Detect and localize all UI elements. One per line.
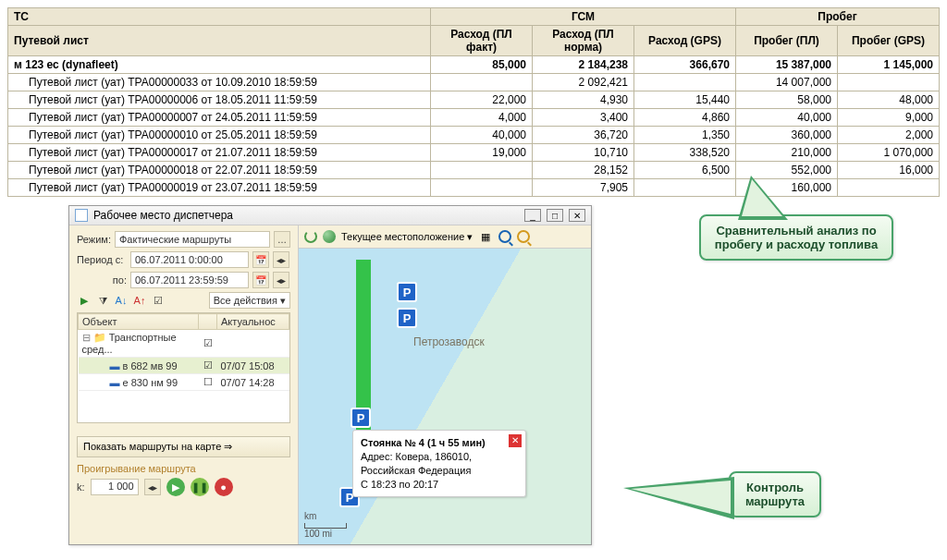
table-row[interactable]: Путевой лист (уат) ТРА00000010 от 25.05.… xyxy=(8,127,940,144)
table-row[interactable]: Путевой лист (уат) ТРА00000007 от 24.05.… xyxy=(8,109,940,127)
fuel-table: ТС ГСМ Пробег Путевой лист Расход (ПЛ фа… xyxy=(7,7,940,197)
th-run-pl: Пробег (ПЛ) xyxy=(736,26,838,56)
th-fuel-gps: Расход (GPS) xyxy=(634,26,736,56)
th-run-gps: Пробег (GPS) xyxy=(838,26,940,56)
table-row[interactable]: м 123 ес (dynafleet) 85,000 2 184,238 36… xyxy=(8,56,940,74)
th-waybill: Путевой лист xyxy=(8,26,431,56)
th-fuel-fact: Расход (ПЛ факт) xyxy=(431,26,533,56)
table-row[interactable]: Путевой лист (уат) ТРА00000019 от 23.07.… xyxy=(8,179,940,197)
table-row[interactable]: Путевой лист (уат) ТРА00000018 от 22.07.… xyxy=(8,162,940,179)
th-fuel-norm: Расход (ПЛ норма) xyxy=(533,26,634,56)
table-row[interactable]: Путевой лист (уат) ТРА00000017 от 21.07.… xyxy=(8,144,940,162)
th-gsm: ГСМ xyxy=(431,8,736,26)
table-row[interactable]: Путевой лист (уат) ТРА00000006 от 18.05.… xyxy=(8,91,940,109)
table-row[interactable]: Путевой лист (уат) ТРА00000033 от 10.09.… xyxy=(8,74,940,91)
th-ts: ТС xyxy=(8,8,431,26)
th-mileage: Пробег xyxy=(736,8,940,26)
